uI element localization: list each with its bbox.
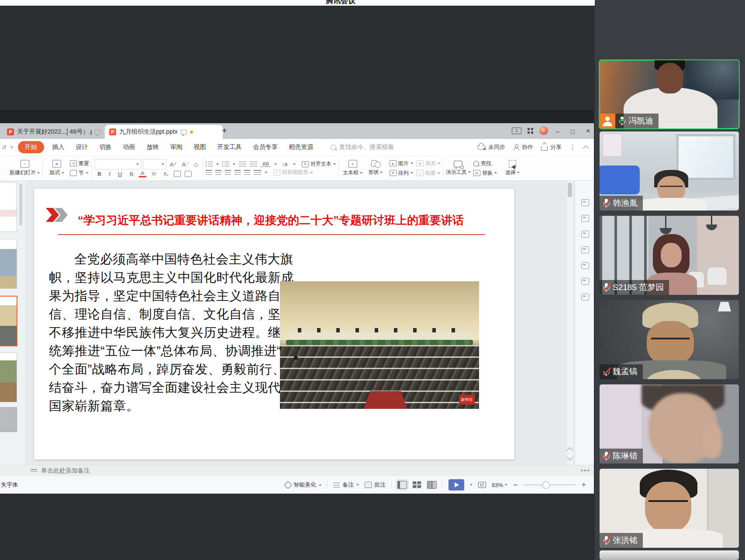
- collapse-ribbon-icon[interactable]: [583, 145, 589, 151]
- new-tab-button[interactable]: +: [222, 126, 227, 136]
- arrange-button[interactable]: ⧉ 排列: [390, 169, 413, 177]
- smart-beautify-button[interactable]: 智能美化: [285, 481, 321, 489]
- sync-status[interactable]: 未同步: [477, 143, 505, 151]
- play-from-slide-icon[interactable]: [581, 199, 589, 206]
- replace-button[interactable]: ⇄ 替换: [473, 169, 497, 177]
- more-menu-icon[interactable]: ⋮: [569, 143, 576, 151]
- favorites-icon[interactable]: [581, 231, 589, 238]
- tab-pptx-document[interactable]: P 九月组织生活ppt.pptx: [105, 125, 223, 139]
- notes-toggle-button[interactable]: 备注: [333, 481, 359, 489]
- zoom-out-button[interactable]: −: [513, 480, 518, 490]
- section-button[interactable]: 节: [70, 169, 89, 177]
- slideshow-play-button[interactable]: [448, 479, 464, 491]
- menu-docer[interactable]: 稻壳资源: [283, 143, 319, 151]
- present-tools-button[interactable]: 演示工具: [446, 161, 471, 176]
- find-button[interactable]: 查找: [473, 159, 497, 168]
- increase-indent-icon[interactable]: [250, 162, 257, 166]
- bullet-list-icon[interactable]: [206, 162, 213, 166]
- char-scale-button[interactable]: AB: [261, 161, 271, 167]
- align-center-icon[interactable]: [215, 170, 221, 175]
- superscript-button[interactable]: X²: [150, 172, 158, 176]
- select-button[interactable]: 选择: [501, 160, 524, 176]
- undo-icon[interactable]: ↺: [2, 144, 7, 151]
- new-slide-button[interactable]: + 新建幻灯片: [10, 160, 40, 176]
- participant-tile-1[interactable]: 冯凯迪: [600, 60, 739, 128]
- font-size-combo[interactable]: [143, 159, 166, 169]
- slide-thumbnail-2[interactable]: [0, 239, 17, 289]
- shapes-button[interactable]: 形状: [364, 160, 387, 176]
- menu-home[interactable]: 开始: [18, 141, 44, 153]
- command-search[interactable]: 查找命令、搜索模板: [331, 143, 394, 151]
- subscript-button[interactable]: X₂: [162, 172, 170, 176]
- font-name-combo[interactable]: [95, 159, 141, 169]
- missing-font-status[interactable]: 失字体: [1, 481, 18, 489]
- text-direction-button[interactable]: ↕A: [280, 162, 290, 167]
- slide-sorter-view-icon[interactable]: [413, 481, 421, 488]
- participant-tile-3[interactable]: S2185 范梦园: [600, 216, 739, 295]
- menu-design[interactable]: 设计: [70, 143, 94, 151]
- participant-tile-2[interactable]: 韩渔胤: [600, 131, 739, 211]
- line-spacing-icon[interactable]: [254, 170, 261, 175]
- share-button[interactable]: 分享: [541, 143, 562, 151]
- align-text-button[interactable]: ⇅ 对齐文本: [302, 160, 336, 168]
- collaborate-button[interactable]: 协作: [513, 143, 533, 151]
- menu-transition[interactable]: 切换: [94, 143, 117, 151]
- italic-button[interactable]: I: [107, 170, 112, 177]
- grow-font-button[interactable]: A⁺: [168, 161, 179, 168]
- text-box-button[interactable]: A 文本框: [341, 160, 364, 176]
- slide-thumbnail-4[interactable]: [0, 353, 17, 402]
- user-avatar[interactable]: [539, 126, 548, 135]
- strikethrough-button[interactable]: S: [128, 171, 135, 177]
- menu-devtools[interactable]: 开发工具: [212, 143, 248, 151]
- zoom-slider[interactable]: [523, 484, 576, 485]
- slide-canvas[interactable]: “学习习近平总书记重要讲话精神，迎接党的二十大”专题研讨班上的重要讲话 全党必须…: [34, 189, 514, 460]
- tab-sidebyside-icon[interactable]: 2: [512, 128, 521, 134]
- reset-button[interactable]: ↺ 重置: [70, 159, 89, 168]
- underline-button[interactable]: U: [116, 171, 124, 177]
- maximize-button[interactable]: □: [571, 128, 575, 135]
- smart-graphic-button[interactable]: ⟳ 转智能图形: [273, 169, 313, 176]
- picture-button[interactable]: ▲ 图片: [390, 159, 413, 168]
- help-icon[interactable]: [581, 262, 589, 269]
- slide-thumbnail-3-current[interactable]: [0, 296, 17, 346]
- numbered-list-icon[interactable]: [222, 162, 229, 166]
- comment-button[interactable]: + 批注: [365, 481, 386, 489]
- participant-tile-7-partial[interactable]: [600, 550, 739, 560]
- highlight-icon[interactable]: [185, 171, 192, 177]
- menu-slideshow[interactable]: 放映: [141, 143, 165, 151]
- menu-animation[interactable]: 动画: [117, 143, 141, 151]
- shape-gallery-icon[interactable]: [581, 294, 589, 301]
- shrink-font-button[interactable]: A⁻: [180, 161, 191, 168]
- participant-tile-4[interactable]: 魏孟镐: [600, 300, 739, 379]
- participant-tile-6[interactable]: 张洪铭: [600, 469, 739, 548]
- media-icon[interactable]: [581, 278, 589, 285]
- annotate-icon[interactable]: [581, 215, 589, 222]
- menu-review[interactable]: 审阅: [165, 143, 188, 151]
- close-button[interactable]: ×: [586, 127, 590, 135]
- distribute-icon[interactable]: [244, 170, 250, 175]
- menu-insert[interactable]: 插入: [47, 143, 70, 151]
- play-options-caret[interactable]: [470, 484, 473, 486]
- align-left-icon[interactable]: [206, 170, 212, 175]
- vertical-scrollbar[interactable]: [567, 181, 573, 465]
- zoom-in-button[interactable]: +: [581, 480, 586, 490]
- outline-button[interactable]: ◎ 轮廓: [417, 169, 440, 177]
- layout-button[interactable]: ≣ 版式: [45, 160, 68, 176]
- fit-slide-icon[interactable]: [478, 482, 486, 488]
- minimize-button[interactable]: –: [556, 128, 559, 135]
- tab-grid-icon[interactable]: [528, 128, 533, 134]
- menu-member[interactable]: 会员专享: [248, 143, 283, 151]
- clear-format-icon[interactable]: ◇: [192, 161, 200, 168]
- notes-bar[interactable]: 单击此处添加备注: [0, 465, 594, 477]
- justify-icon[interactable]: [235, 170, 241, 175]
- phonetic-guide-icon[interactable]: [174, 171, 181, 177]
- menu-view[interactable]: 视图: [188, 143, 212, 151]
- toolstrip-more-icon[interactable]: •••: [581, 467, 590, 474]
- slide-thumbnail-1[interactable]: [0, 182, 17, 232]
- align-right-icon[interactable]: [225, 170, 231, 175]
- fill-button[interactable]: ◆ 填充: [417, 159, 440, 168]
- tab-pdf-document[interactable]: P 关于开展好2022...] 46号）.pdf: [3, 125, 106, 139]
- bold-button[interactable]: B: [96, 170, 103, 177]
- decrease-indent-icon[interactable]: [239, 162, 246, 166]
- redo-dropdown-icon[interactable]: ˅: [10, 144, 14, 151]
